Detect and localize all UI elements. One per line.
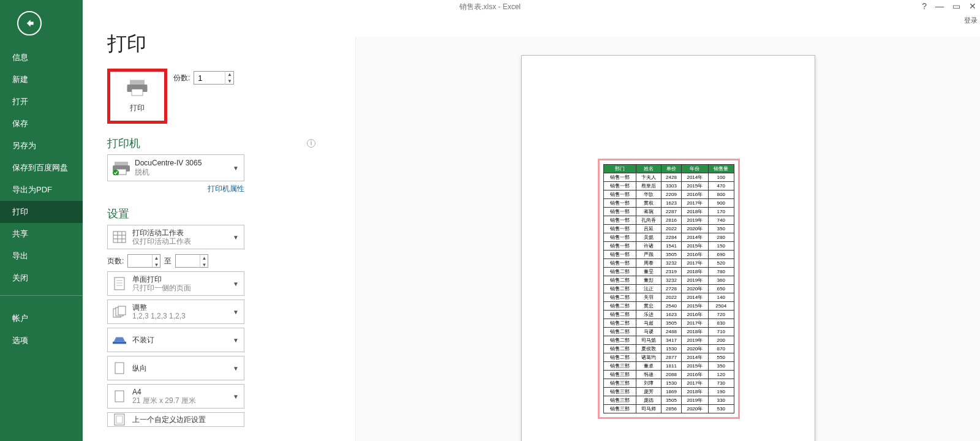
sidebar-item-print[interactable]: 打印	[0, 201, 83, 223]
table-row: 销售二部马超35052017年830	[603, 319, 734, 328]
table-row: 销售三部刘璋15302017年730	[603, 379, 734, 388]
sidebar-item-saveas[interactable]: 另存为	[0, 135, 83, 157]
page-title: 打印	[107, 31, 340, 58]
sidebar-item-open[interactable]: 打开	[0, 91, 83, 113]
table-row: 销售三部庞德35052019年330	[603, 396, 734, 405]
table-header: 单价	[662, 165, 682, 173]
margins-icon	[113, 413, 126, 426]
print-preview: 部门姓名单价年份销售量 销售一部卞夫人24282014年100销售一部蔡皇后33…	[355, 37, 980, 441]
preview-table: 部门姓名单价年份销售量 销售一部卞夫人24282014年100销售一部蔡皇后33…	[603, 164, 734, 413]
back-button[interactable]	[17, 11, 42, 36]
settings-heading: 设置	[107, 206, 129, 221]
preview-page: 部门姓名单价年份销售量 销售一部卞夫人24282014年100销售一部蔡皇后33…	[521, 55, 815, 441]
table-row: 销售二部关羽20222014年140	[603, 293, 734, 302]
page-single-icon	[113, 277, 126, 290]
table-row: 销售二部法正27282020年650	[603, 285, 734, 293]
svg-rect-3	[115, 162, 128, 165]
minimize-icon[interactable]: —	[935, 1, 944, 11]
staple-select[interactable]: 不装订 ▼	[107, 328, 244, 352]
copies-up[interactable]: ▲	[225, 71, 233, 78]
sidebar-item-info[interactable]: 信息	[0, 47, 83, 69]
table-row: 销售二部董旻23192018年780	[603, 268, 734, 276]
copies-input[interactable]: 1 ▲▼	[194, 71, 234, 85]
table-row: 销售一部吴懿22842014年280	[603, 233, 734, 242]
sidebar-item-account[interactable]: 帐户	[0, 307, 83, 330]
sidebar-item-save[interactable]: 保存	[0, 113, 83, 135]
table-header: 姓名	[636, 165, 662, 173]
pages-to-input[interactable]: ▲▼	[175, 254, 208, 268]
printer-heading: 打印机	[107, 136, 140, 151]
sidebar-menu: 信息 新建 打开 保存 另存为 保存到百度网盘 导出为PDF 打印 共享 导出 …	[0, 47, 83, 352]
svg-rect-18	[118, 306, 126, 315]
margins-select[interactable]: 上一个自定义边距设置	[107, 412, 244, 427]
table-header: 年份	[681, 165, 708, 173]
table-row: 销售一部许诸15412015年150	[603, 242, 734, 251]
svg-marker-20	[114, 337, 125, 341]
printer-status: 脱机	[135, 168, 228, 177]
pages-from-input[interactable]: ▲▼	[127, 254, 160, 268]
print-scope-select[interactable]: 打印活动工作表仅打印活动工作表 ▼	[107, 225, 244, 249]
login-link[interactable]: 登录	[964, 16, 978, 25]
table-row: 销售一部周泰32322017年520	[603, 259, 734, 268]
table-row: 销售一部卞夫人24282014年100	[603, 173, 734, 182]
table-row: 销售一部蒋琬22872018年170	[603, 208, 734, 216]
copies-down[interactable]: ▼	[225, 78, 233, 85]
sidebar-item-new[interactable]: 新建	[0, 69, 83, 91]
table-row: 销售三部董卓18112015年350	[603, 362, 734, 371]
svg-rect-0	[130, 80, 145, 85]
svg-rect-7	[113, 232, 126, 243]
printer-name: DocuCentre-IV 3065	[135, 159, 228, 168]
print-sides-select[interactable]: 单面打印只打印一侧的页面 ▼	[107, 271, 244, 296]
table-row: 销售二部董彭32322019年360	[603, 276, 734, 285]
portrait-icon	[113, 361, 126, 375]
window-title: 销售表.xlsx - Excel	[459, 2, 521, 12]
sidebar-item-baidu[interactable]: 保存到百度网盘	[0, 157, 83, 179]
sidebar-item-export[interactable]: 导出	[0, 245, 83, 267]
printer-properties-link[interactable]: 打印机属性	[107, 184, 244, 194]
orientation-select[interactable]: 纵向 ▼	[107, 356, 244, 380]
table-row: 销售二部夏侯敦15302020年870	[603, 345, 734, 353]
help-icon[interactable]: ?	[922, 1, 927, 11]
table-header: 销售量	[708, 165, 734, 173]
paper-size-select[interactable]: A421 厘米 x 29.7 厘米 ▼	[107, 384, 244, 409]
table-row: 销售一部华歆22092016年800	[603, 190, 734, 199]
collate-select[interactable]: 调整1,2,3 1,2,3 1,2,3 ▼	[107, 300, 244, 324]
sheet-icon	[113, 230, 126, 244]
svg-rect-19	[113, 342, 126, 344]
sidebar-item-exportpdf[interactable]: 导出为PDF	[0, 179, 83, 201]
table-row: 销售二部诸葛均28772014年550	[603, 353, 734, 362]
svg-rect-12	[115, 277, 124, 290]
pages-label: 页数:	[107, 256, 124, 266]
print-button[interactable]: 打印	[107, 69, 167, 124]
sidebar-item-share[interactable]: 共享	[0, 223, 83, 245]
svg-rect-24	[116, 416, 123, 423]
printer-select[interactable]: DocuCentre-IV 3065 脱机 ▼	[107, 154, 244, 181]
table-row: 销售一部孔尚香28162019年740	[603, 216, 734, 225]
info-icon[interactable]: i	[307, 139, 315, 148]
backstage-sidebar: 信息 新建 打开 保存 另存为 保存到百度网盘 导出为PDF 打印 共享 导出 …	[0, 0, 83, 441]
printer-icon	[126, 80, 148, 97]
chevron-down-icon: ▼	[233, 365, 239, 372]
chevron-down-icon: ▼	[233, 281, 239, 287]
close-icon[interactable]: ✕	[969, 1, 976, 11]
window-controls: ? — ▭ ✕	[922, 1, 976, 11]
table-header: 部门	[603, 165, 636, 173]
titlebar: 销售表.xlsx - Excel ? — ▭ ✕	[0, 0, 980, 15]
sidebar-item-options[interactable]: 选项	[0, 330, 83, 352]
pages-to-label: 至	[164, 256, 172, 266]
table-row: 销售一部吕延20222020年350	[603, 225, 734, 233]
sidebar-item-close[interactable]: 关闭	[0, 267, 83, 289]
restore-icon[interactable]: ▭	[952, 1, 960, 11]
print-panel: 打印 打印 份数: 1 ▲▼ 打印机 i DocuCentre-IV 3065	[83, 15, 340, 441]
table-row: 销售一部黄权16232017年900	[603, 199, 734, 208]
print-button-label: 打印	[130, 103, 145, 113]
table-row: 销售一部严颜35052016年690	[603, 251, 734, 259]
copies-label: 份数:	[173, 73, 190, 83]
table-row: 销售二部乐进16232016年720	[603, 311, 734, 319]
chevron-down-icon: ▼	[233, 337, 239, 344]
table-row: 销售三部庞芳18692018年190	[603, 388, 734, 396]
table-row: 销售二部司马懿34172019年200	[603, 336, 734, 345]
svg-rect-22	[115, 391, 124, 402]
copies-value: 1	[194, 74, 225, 83]
chevron-down-icon: ▼	[233, 165, 239, 172]
